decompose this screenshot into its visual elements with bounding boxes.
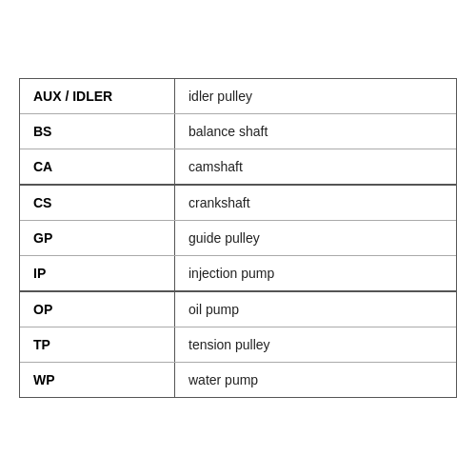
table-row: CAcamshaft (20, 149, 456, 186)
abbreviation-cell: GP (20, 221, 175, 255)
abbreviation-cell: IP (20, 256, 175, 290)
description-cell: tension pulley (175, 327, 456, 362)
table-row: OPoil pump (20, 292, 456, 327)
table-row: WPwater pump (20, 363, 456, 397)
description-cell: injection pump (175, 256, 456, 290)
table-row: TPtension pulley (20, 327, 456, 363)
table-row: CScrankshaft (20, 186, 456, 221)
description-cell: camshaft (175, 149, 456, 184)
abbreviation-cell: AUX / IDLER (20, 79, 175, 113)
description-cell: crankshaft (175, 186, 456, 220)
description-cell: balance shaft (175, 114, 456, 149)
abbreviation-cell: TP (20, 327, 175, 362)
abbreviation-cell: OP (20, 292, 175, 327)
abbreviation-cell: BS (20, 114, 175, 149)
description-cell: idler pulley (175, 79, 456, 113)
table-row: GPguide pulley (20, 221, 456, 256)
abbreviation-cell: WP (20, 363, 175, 397)
abbreviations-table: AUX / IDLERidler pulleyBSbalance shaftCA… (19, 78, 457, 398)
table-row: AUX / IDLERidler pulley (20, 79, 456, 114)
table-row: IPinjection pump (20, 256, 456, 292)
abbreviation-cell: CA (20, 149, 175, 184)
abbreviation-cell: CS (20, 186, 175, 220)
description-cell: oil pump (175, 292, 456, 327)
description-cell: water pump (175, 363, 456, 397)
table-row: BSbalance shaft (20, 114, 456, 149)
description-cell: guide pulley (175, 221, 456, 255)
